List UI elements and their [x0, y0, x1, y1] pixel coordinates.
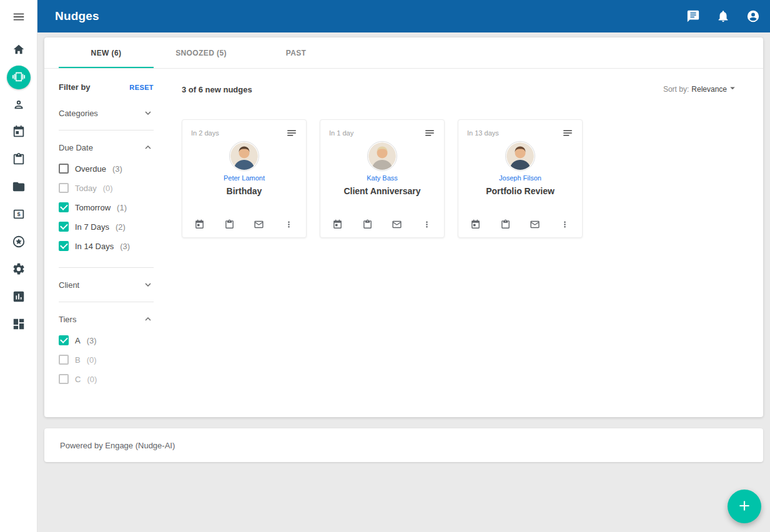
sidebar-item-tasks[interactable] [7, 148, 31, 172]
avatar [229, 141, 259, 171]
svg-text:$: $ [17, 211, 20, 217]
checkbox[interactable] [59, 183, 69, 193]
notes-icon[interactable] [286, 127, 297, 139]
filter-section-client[interactable]: Client [59, 272, 154, 297]
nudge-cards: In 2 days Peter Lamont Birthday [182, 119, 738, 238]
filter-option-in-14-days[interactable]: In 14 Days (3) [59, 241, 154, 251]
due-label: In 1 day [329, 127, 353, 137]
sidebar-item-settings[interactable] [7, 258, 31, 282]
avatar [367, 141, 397, 171]
more-vert-icon[interactable] [422, 219, 432, 230]
tab-snoozed[interactable]: SNOOZED (5) [154, 37, 249, 68]
checkbox[interactable] [59, 355, 69, 365]
app: $ Nudges [0, 0, 770, 532]
checkbox[interactable] [59, 241, 69, 251]
filters-title: Filter by [59, 82, 91, 92]
main-column: Nudges NEW (6) [37, 0, 770, 532]
chevron-down-icon [142, 107, 154, 119]
email-icon[interactable] [392, 219, 402, 230]
avatar [505, 141, 535, 171]
tab-snoozed-label: SNOOZED (5) [175, 49, 227, 57]
billing-icon: $ [12, 207, 26, 223]
card-actions [191, 219, 297, 231]
person-icon [12, 97, 26, 113]
checkbox[interactable] [59, 202, 69, 212]
note-icon[interactable] [362, 219, 373, 230]
calendar-icon[interactable] [194, 219, 205, 230]
sidebar-item-billing[interactable]: $ [7, 203, 31, 227]
account-icon[interactable] [746, 9, 760, 23]
panel-body: Filter by RESET Categories Due Date [44, 69, 763, 417]
filter-option-today[interactable]: Today (0) [59, 183, 154, 193]
checkbox[interactable] [59, 222, 69, 232]
sort-by-dropdown[interactable]: Sort by: Relevance [663, 82, 738, 96]
nudge-card: In 13 days Joseph Filson Portfolio Revi [458, 119, 583, 238]
note-icon[interactable] [224, 219, 235, 230]
due-label: In 13 days [467, 127, 499, 137]
divider [59, 130, 154, 131]
card-actions [329, 219, 435, 231]
sidebar-item-documents[interactable] [7, 175, 31, 199]
sidebar-item-home[interactable] [7, 38, 31, 62]
notes-icon[interactable] [424, 127, 435, 139]
filter-option-overdue[interactable]: Overdue (3) [59, 164, 154, 174]
sidebar-item-favorites[interactable] [7, 230, 31, 254]
client-link[interactable]: Katy Bass [329, 174, 435, 182]
checkbox[interactable] [59, 374, 69, 384]
sidebar-item-calendar[interactable] [7, 121, 31, 144]
tabs: NEW (6) SNOOZED (5) PAST [44, 37, 763, 69]
chevron-down-icon [142, 279, 154, 290]
settings-icon [12, 262, 26, 278]
sidebar-item-clients[interactable] [7, 93, 31, 117]
results-summary: 3 of 6 new nudges [182, 85, 252, 94]
chat-icon[interactable] [686, 9, 700, 23]
card-actions [467, 219, 573, 231]
tab-new[interactable]: NEW (6) [59, 37, 154, 68]
menu-icon[interactable] [6, 6, 31, 27]
filter-section-tiers[interactable]: Tiers [59, 307, 154, 332]
calendar-icon[interactable] [332, 219, 343, 230]
notifications-icon[interactable] [716, 9, 730, 23]
notes-icon[interactable] [562, 127, 573, 139]
filter-option-tier-c[interactable]: C (0) [59, 374, 154, 384]
filter-option-in-7-days[interactable]: In 7 Days (2) [59, 222, 154, 232]
divider [59, 302, 154, 302]
filter-section-categories[interactable]: Categories [59, 101, 154, 126]
powered-by-text: Powered by Engage (Nudge-AI) [60, 441, 175, 450]
more-vert-icon[interactable] [284, 219, 294, 230]
due-date-options: Overdue (3) Today (0) Tomorrow [59, 160, 154, 263]
filter-option-tier-b[interactable]: B (0) [59, 355, 154, 365]
sidebar-item-reports[interactable] [7, 285, 31, 309]
sidebar-item-nudges[interactable] [7, 66, 31, 89]
reset-button[interactable]: RESET [129, 84, 154, 91]
tab-past-label: PAST [286, 49, 307, 57]
nudge-title: Birthday [191, 186, 297, 196]
filter-option-tomorrow[interactable]: Tomorrow (1) [59, 202, 154, 212]
email-icon[interactable] [530, 219, 540, 230]
calendar-icon[interactable] [470, 219, 481, 230]
calendar-icon [12, 125, 26, 140]
note-icon[interactable] [500, 219, 511, 230]
due-label: In 2 days [191, 127, 219, 137]
nudge-title: Client Anniversary [329, 186, 435, 196]
email-icon[interactable] [254, 219, 264, 230]
add-nudge-button[interactable] [728, 490, 761, 523]
filter-section-due-date[interactable]: Due Date [59, 135, 154, 160]
client-link[interactable]: Joseph Filson [467, 174, 573, 182]
tab-past[interactable]: PAST [249, 37, 343, 68]
star-icon [12, 235, 26, 250]
sidebar-item-dashboard[interactable] [7, 313, 31, 337]
divider [59, 267, 154, 268]
client-link[interactable]: Peter Lamont [191, 174, 297, 182]
nudge-title: Portfolio Review [467, 186, 573, 196]
more-vert-icon[interactable] [560, 219, 570, 230]
chevron-up-icon [142, 313, 154, 325]
tasks-icon [12, 152, 26, 168]
home-icon [12, 42, 26, 58]
checkbox[interactable] [59, 164, 69, 174]
plus-icon [736, 498, 753, 516]
results-area: 3 of 6 new nudges Sort by: Relevance [154, 69, 763, 417]
tiers-options: A (3) B (0) C (0) [59, 332, 154, 396]
filter-option-tier-a[interactable]: A (3) [59, 335, 154, 345]
checkbox[interactable] [59, 335, 69, 345]
